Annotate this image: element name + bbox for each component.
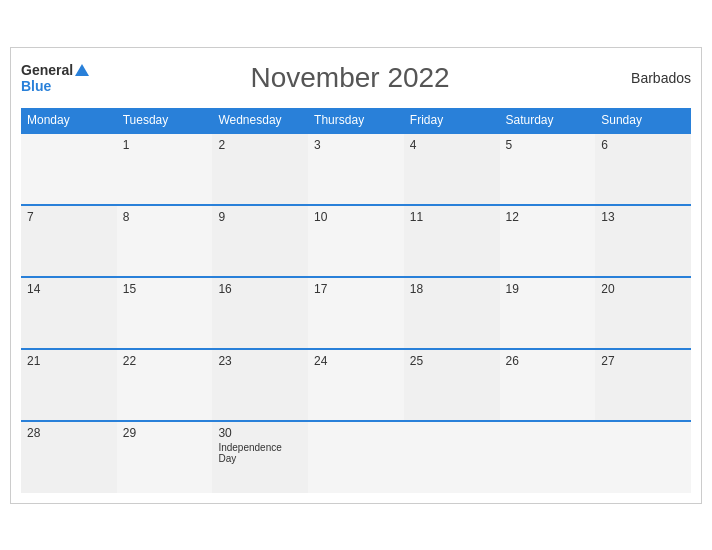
day-number: 24 <box>314 354 398 368</box>
weekday-monday: Monday <box>21 108 117 133</box>
calendar-cell: 23 <box>212 349 308 421</box>
day-number: 2 <box>218 138 302 152</box>
calendar-cell: 19 <box>500 277 596 349</box>
logo-triangle-icon <box>75 64 89 76</box>
weekday-header-row: MondayTuesdayWednesdayThursdayFridaySatu… <box>21 108 691 133</box>
day-number: 16 <box>218 282 302 296</box>
calendar-grid: MondayTuesdayWednesdayThursdayFridaySatu… <box>21 108 691 493</box>
day-number: 25 <box>410 354 494 368</box>
day-number: 6 <box>601 138 685 152</box>
calendar-cell: 5 <box>500 133 596 205</box>
calendar-cell: 9 <box>212 205 308 277</box>
logo-line2: Blue <box>21 78 51 94</box>
calendar-cell: 14 <box>21 277 117 349</box>
logo-line1: General <box>21 62 89 78</box>
calendar-container: General Blue November 2022 Barbados Mond… <box>10 47 702 504</box>
day-number: 9 <box>218 210 302 224</box>
weekday-saturday: Saturday <box>500 108 596 133</box>
day-number: 22 <box>123 354 207 368</box>
calendar-cell: 29 <box>117 421 213 493</box>
day-number: 14 <box>27 282 111 296</box>
day-number: 27 <box>601 354 685 368</box>
week-row-1: 123456 <box>21 133 691 205</box>
week-row-2: 78910111213 <box>21 205 691 277</box>
calendar-cell: 13 <box>595 205 691 277</box>
day-number: 17 <box>314 282 398 296</box>
day-number: 15 <box>123 282 207 296</box>
calendar-body: 1234567891011121314151617181920212223242… <box>21 133 691 493</box>
weekday-tuesday: Tuesday <box>117 108 213 133</box>
day-number: 1 <box>123 138 207 152</box>
calendar-cell: 27 <box>595 349 691 421</box>
week-row-4: 21222324252627 <box>21 349 691 421</box>
calendar-cell: 25 <box>404 349 500 421</box>
day-number: 30 <box>218 426 302 440</box>
calendar-cell: 11 <box>404 205 500 277</box>
day-number: 8 <box>123 210 207 224</box>
day-number: 20 <box>601 282 685 296</box>
month-title: November 2022 <box>89 62 611 94</box>
day-number: 26 <box>506 354 590 368</box>
calendar-cell: 1 <box>117 133 213 205</box>
logo: General Blue <box>21 62 89 94</box>
calendar-cell <box>308 421 404 493</box>
calendar-cell: 12 <box>500 205 596 277</box>
day-number: 12 <box>506 210 590 224</box>
weekday-sunday: Sunday <box>595 108 691 133</box>
day-number: 11 <box>410 210 494 224</box>
calendar-cell: 15 <box>117 277 213 349</box>
weekday-wednesday: Wednesday <box>212 108 308 133</box>
calendar-cell <box>21 133 117 205</box>
calendar-cell: 20 <box>595 277 691 349</box>
country-name: Barbados <box>611 70 691 86</box>
calendar-cell: 22 <box>117 349 213 421</box>
day-number: 3 <box>314 138 398 152</box>
calendar-cell <box>595 421 691 493</box>
day-number: 29 <box>123 426 207 440</box>
logo-general: General <box>21 62 73 78</box>
day-number: 13 <box>601 210 685 224</box>
day-number: 21 <box>27 354 111 368</box>
calendar-cell: 16 <box>212 277 308 349</box>
calendar-cell: 30Independence Day <box>212 421 308 493</box>
calendar-cell: 2 <box>212 133 308 205</box>
calendar-cell: 26 <box>500 349 596 421</box>
calendar-cell: 24 <box>308 349 404 421</box>
day-number: 5 <box>506 138 590 152</box>
calendar-cell: 21 <box>21 349 117 421</box>
calendar-header: General Blue November 2022 Barbados <box>21 58 691 98</box>
holiday-label: Independence Day <box>218 442 302 464</box>
calendar-head: MondayTuesdayWednesdayThursdayFridaySatu… <box>21 108 691 133</box>
calendar-cell <box>404 421 500 493</box>
weekday-thursday: Thursday <box>308 108 404 133</box>
calendar-cell: 6 <box>595 133 691 205</box>
day-number: 19 <box>506 282 590 296</box>
day-number: 10 <box>314 210 398 224</box>
logo-blue: Blue <box>21 78 51 94</box>
calendar-cell: 7 <box>21 205 117 277</box>
calendar-cell: 4 <box>404 133 500 205</box>
calendar-cell: 17 <box>308 277 404 349</box>
calendar-cell: 18 <box>404 277 500 349</box>
day-number: 23 <box>218 354 302 368</box>
day-number: 4 <box>410 138 494 152</box>
weekday-friday: Friday <box>404 108 500 133</box>
day-number: 7 <box>27 210 111 224</box>
calendar-cell: 10 <box>308 205 404 277</box>
week-row-3: 14151617181920 <box>21 277 691 349</box>
calendar-cell: 8 <box>117 205 213 277</box>
calendar-cell: 28 <box>21 421 117 493</box>
day-number: 18 <box>410 282 494 296</box>
calendar-cell: 3 <box>308 133 404 205</box>
day-number: 28 <box>27 426 111 440</box>
week-row-5: 282930Independence Day <box>21 421 691 493</box>
calendar-cell <box>500 421 596 493</box>
